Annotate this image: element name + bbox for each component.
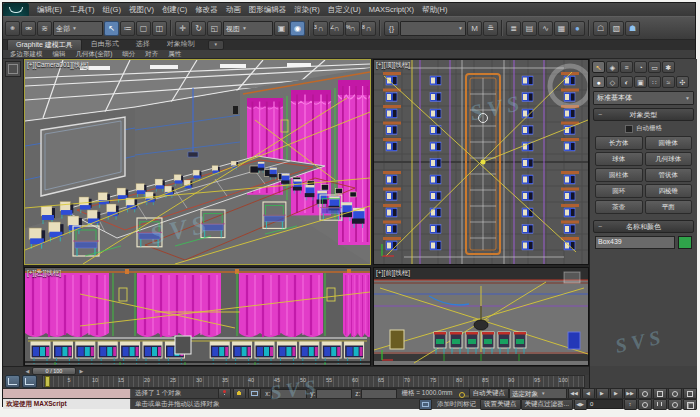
angle-snap-button[interactable]: ∠∩: [329, 21, 344, 36]
utilities-tab-icon[interactable]: ✱: [662, 61, 675, 73]
curve-editor-button[interactable]: ∿: [538, 21, 553, 36]
rendered-frame-window-button[interactable]: ▧: [609, 21, 624, 36]
viewport-top-label[interactable]: [+][顶][线框]: [376, 61, 410, 70]
object-type-button-7[interactable]: 四棱锥: [645, 184, 693, 198]
select-manipulate-button[interactable]: ◉: [290, 21, 305, 36]
modify-tab-icon[interactable]: ◈: [606, 61, 619, 73]
macro-recorder-field[interactable]: [3, 389, 131, 398]
frame-spinner[interactable]: ↕: [624, 399, 637, 410]
maxscript-listener[interactable]: 欢迎使用 MAXScript: [3, 399, 131, 409]
named-selection-dropdown[interactable]: ▼: [400, 21, 466, 36]
ribbon-panel-0[interactable]: 多边形建模: [6, 50, 47, 58]
autogrid-checkbox[interactable]: [625, 125, 633, 133]
time-back-arrow[interactable]: ◀: [24, 368, 31, 375]
spinner-snap-button[interactable]: 8∩: [361, 21, 376, 36]
align-button[interactable]: ≞: [483, 21, 498, 36]
menu-item-0[interactable]: 编辑(E): [33, 4, 66, 16]
maximize-viewport-toggle-icon[interactable]: [683, 399, 697, 410]
open-mini-curve-editor-button[interactable]: [5, 375, 20, 388]
menu-item-9[interactable]: 自定义(U): [324, 4, 365, 16]
orbit-icon[interactable]: [668, 399, 682, 410]
menu-item-4[interactable]: 创建(C): [158, 4, 191, 16]
viewport-camera-label[interactable]: [+][Camera001][线框]: [27, 61, 89, 70]
mirror-button[interactable]: M: [467, 21, 482, 36]
material-editor-button[interactable]: ●: [570, 21, 585, 36]
fov-icon[interactable]: [638, 399, 652, 410]
helpers-category-icon[interactable]: ∷: [648, 76, 661, 88]
menu-item-5[interactable]: 修改器: [191, 4, 222, 16]
cameras-category-icon[interactable]: ▣: [634, 76, 647, 88]
object-type-button-3[interactable]: 几何球体: [645, 152, 693, 166]
viewport-camera[interactable]: [+][Camera001][线框]: [24, 59, 371, 265]
viewport-left-label[interactable]: [+][左][线框]: [27, 269, 61, 278]
viewport-front-label[interactable]: [+][前][线框]: [376, 269, 410, 278]
add-time-tag[interactable]: 添加时间标记: [433, 400, 480, 409]
pan-icon[interactable]: [653, 399, 667, 410]
primitive-category-dropdown[interactable]: 标准基本体 ▼: [593, 91, 694, 105]
render-production-button[interactable]: ☗: [625, 21, 640, 36]
time-slider-handle[interactable]: 0 / 100: [32, 367, 76, 375]
ribbon-panel-3[interactable]: 细分: [118, 50, 139, 58]
object-type-button-5[interactable]: 管状体: [645, 168, 693, 182]
object-type-button-2[interactable]: 球体: [595, 152, 643, 166]
key-mode-toggle-button[interactable]: ◀▶: [574, 399, 587, 410]
object-type-button-4[interactable]: 圆柱体: [595, 168, 643, 182]
track-bar-ruler[interactable]: 5101520253035404550556065707580859095100: [42, 375, 585, 388]
hierarchy-tab-icon[interactable]: ≡: [620, 61, 633, 73]
select-link-icon[interactable]: ⚭: [5, 21, 20, 36]
set-key-button[interactable]: 设置关键点: [480, 399, 521, 410]
object-name-field[interactable]: Box439: [595, 236, 675, 249]
key-filters-button[interactable]: 关键点过滤器...: [521, 399, 573, 410]
render-setup-button[interactable]: ☖: [593, 21, 608, 36]
object-type-button-9[interactable]: 平面: [645, 200, 693, 214]
current-frame-field[interactable]: 0: [587, 399, 623, 409]
name-color-rollout-header[interactable]: − 名称和颜色: [593, 220, 694, 233]
layer-manager-button[interactable]: ≣: [506, 21, 521, 36]
menu-item-6[interactable]: 动画: [222, 4, 245, 16]
select-by-name-button[interactable]: ≔: [120, 21, 135, 36]
geometry-category-icon[interactable]: ●: [592, 76, 605, 88]
menu-item-1[interactable]: 工具(T): [66, 4, 99, 16]
menu-item-2[interactable]: 组(G): [99, 4, 125, 16]
menu-item-3[interactable]: 视图(V): [125, 4, 158, 16]
object-type-button-6[interactable]: 圆环: [595, 184, 643, 198]
time-forward-arrow[interactable]: ▶: [78, 368, 85, 375]
menu-item-11[interactable]: 帮助(H): [418, 4, 451, 16]
reference-coordsys-dropdown[interactable]: 视图▼: [223, 21, 273, 36]
viewport-layout-tab[interactable]: [5, 61, 21, 77]
motion-tab-icon[interactable]: ◔: [634, 61, 647, 73]
application-button[interactable]: [3, 3, 29, 17]
percent-snap-button[interactable]: %∩: [345, 21, 360, 36]
coord-x-field[interactable]: [271, 389, 307, 399]
object-color-swatch[interactable]: [678, 236, 692, 249]
ribbon-panel-1[interactable]: 编辑: [49, 50, 70, 58]
systems-category-icon[interactable]: ✣: [676, 76, 689, 88]
time-slider-track[interactable]: ◀ 0 / 100 ▶: [3, 366, 589, 375]
object-type-rollout-header[interactable]: − 对象类型: [593, 108, 694, 121]
coord-y-field[interactable]: [316, 389, 352, 399]
menu-item-10[interactable]: MAXScript(X): [365, 4, 418, 16]
select-rotate-button[interactable]: ↻: [191, 21, 206, 36]
track-bar-filter-button[interactable]: [22, 375, 37, 388]
spacewarps-category-icon[interactable]: ≈: [662, 76, 675, 88]
selection-filter-dropdown[interactable]: 全部▼: [53, 21, 103, 36]
ribbon-panel-2[interactable]: 几何体(全部): [72, 50, 117, 58]
viewport-top[interactable]: [+][顶][线框]: [373, 59, 589, 265]
select-scale-button[interactable]: ◱: [207, 21, 222, 36]
snap-toggle-3d-button[interactable]: 3∩: [313, 21, 328, 36]
select-object-button[interactable]: ↖: [104, 21, 119, 36]
window-crossing-button[interactable]: ◫: [152, 21, 167, 36]
lights-category-icon[interactable]: ◐: [620, 76, 633, 88]
viewport-left[interactable]: [+][左][线框]: [24, 267, 371, 366]
ribbon-tab-0[interactable]: Graphite 建模工具: [7, 39, 82, 50]
object-type-button-8[interactable]: 茶壶: [595, 200, 643, 214]
ribbon-tab-1[interactable]: 自由形式: [83, 39, 127, 50]
edit-named-selections-button[interactable]: {}: [384, 21, 399, 36]
rect-selection-region-button[interactable]: ▢: [136, 21, 151, 36]
graphite-toggle-button[interactable]: ▤: [522, 21, 537, 36]
schematic-view-button[interactable]: ▦: [554, 21, 569, 36]
ribbon-tab-2[interactable]: 选择: [128, 39, 158, 50]
track-bar-slider[interactable]: [45, 376, 50, 387]
shapes-category-icon[interactable]: ◇: [606, 76, 619, 88]
bind-spacewarp-icon[interactable]: ≋: [37, 21, 52, 36]
